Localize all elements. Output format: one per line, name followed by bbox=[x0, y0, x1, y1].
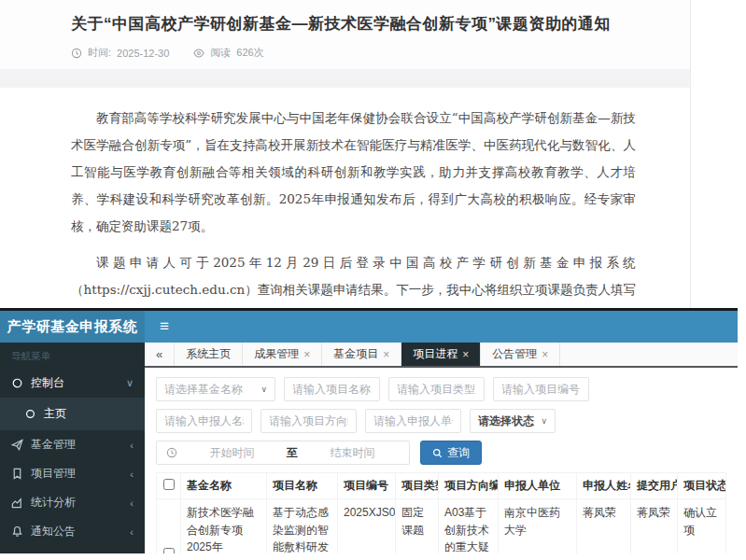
chevron-down-icon: ∨ bbox=[126, 377, 134, 389]
cell-project-status: 确认立项 bbox=[678, 499, 726, 554]
sidebar-item-home[interactable]: 主页 bbox=[0, 398, 145, 430]
cell-applicant-name: 蒋凤荣 bbox=[577, 499, 631, 554]
search-button[interactable]: 查询 bbox=[420, 441, 482, 465]
notice-meta: 时间: 2025-12-30 阅读 626次 bbox=[71, 46, 668, 69]
project-name-input[interactable] bbox=[284, 377, 380, 401]
applicant-name-input[interactable] bbox=[156, 409, 252, 433]
chevron-left-icon: ‹ bbox=[130, 497, 134, 509]
cell-direction-code: A03基于创新技术的重大疑难疾病防治技术转化研究 bbox=[439, 499, 499, 554]
app-header: 产学研基金申报系统 ≡ bbox=[0, 311, 738, 343]
chevron-down-icon: ∨ bbox=[541, 416, 547, 426]
tab-project-progress[interactable]: 项目进程 × bbox=[401, 343, 481, 366]
column-header[interactable]: 提交用户 bbox=[631, 473, 678, 499]
status-select[interactable]: 请选择状态 ∨ bbox=[470, 409, 556, 433]
column-header[interactable]: 项目名称 bbox=[267, 473, 338, 499]
filter-row-2: 请选择状态 ∨ bbox=[156, 409, 726, 433]
chevron-down-icon: ∨ bbox=[260, 385, 267, 394]
chevron-left-icon: ‹ bbox=[130, 440, 134, 451]
notice-paragraph: 教育部高等学校科学研究发展中心与中国老年保健协会联合设立“中国高校产学研创新基金… bbox=[71, 105, 636, 240]
select-all-checkbox[interactable] bbox=[163, 479, 175, 490]
filter-row-3: 开始时间 至 结束时间 查询 bbox=[156, 441, 726, 465]
column-header[interactable]: 基金名称 bbox=[181, 473, 267, 499]
column-header[interactable]: 项目编号 bbox=[338, 473, 396, 499]
sidebar-section-label: 导航菜单 bbox=[0, 343, 145, 369]
notice-title: 关于“中国高校产学研创新基金—新技术医学融合创新专项”课题资助的通知 bbox=[71, 13, 668, 35]
sidebar-item-announcements[interactable]: 通知公告 ‹ bbox=[0, 517, 145, 546]
date-separator: 至 bbox=[287, 445, 298, 461]
send-icon bbox=[11, 439, 23, 451]
chevron-left-icon: ‹ bbox=[130, 526, 134, 538]
sidebar-item-fund-management[interactable]: 基金管理 ‹ bbox=[0, 430, 145, 459]
project-type-input[interactable] bbox=[388, 377, 485, 401]
notice-page: 关于“中国高校产学研创新基金—新技术医学融合创新专项”课题资助的通知 时间: 2… bbox=[0, 0, 691, 308]
table-row[interactable]: 新技术医学融合创新专项2025年 基于动态感染监测的智能敷料研发与临床转化应用 … bbox=[157, 499, 726, 554]
close-icon[interactable]: × bbox=[383, 349, 389, 360]
tab-announcement-management[interactable]: 公告管理 × bbox=[481, 343, 560, 366]
cell-project-type: 固定课题 bbox=[396, 499, 439, 554]
cell-fund-name: 新技术医学融合创新专项2025年 bbox=[181, 499, 267, 554]
projects-table: 基金名称 项目名称 项目编号 项目类型 项目方向编号 申报人单位 申报人姓名 提… bbox=[156, 472, 726, 553]
tab-fund-projects[interactable]: 基金项目 × bbox=[322, 343, 401, 366]
notice-header: 关于“中国高校产学研创新基金—新技术医学融合创新专项”课题资助的通知 时间: 2… bbox=[0, 0, 690, 69]
fund-name-select[interactable]: 请选择基金名称 ∨ bbox=[156, 377, 275, 401]
sidebar-item-console[interactable]: 控制台 ∨ bbox=[0, 369, 145, 398]
chevron-left-icon: ‹ bbox=[130, 469, 134, 480]
notice-divider bbox=[0, 69, 690, 88]
direction-code-input[interactable] bbox=[260, 409, 357, 433]
tab-content: 请选择基金名称 ∨ 请选择状态 ∨ bbox=[145, 368, 738, 553]
dashboard-icon bbox=[11, 377, 23, 389]
sidebar-item-statistics[interactable]: 统计分析 ‹ bbox=[0, 488, 145, 517]
table-header-row: 基金名称 项目名称 项目编号 项目类型 项目方向编号 申报人单位 申报人姓名 提… bbox=[157, 473, 726, 499]
search-icon bbox=[432, 448, 443, 458]
time-value: 2025-12-30 bbox=[117, 48, 169, 59]
read-label: 阅读 bbox=[210, 46, 231, 60]
date-range-input[interactable]: 开始时间 至 结束时间 bbox=[156, 441, 410, 465]
circle-icon bbox=[24, 408, 36, 420]
tab-bar: « 系统主页 成果管理 × 基金项目 × 项目进程 × 公告管理 bbox=[145, 343, 738, 368]
cell-submit-user: 蒋凤荣 bbox=[631, 499, 678, 554]
close-icon[interactable]: × bbox=[462, 349, 469, 360]
column-header[interactable]: 项目方向编号 bbox=[439, 473, 499, 499]
sidebar: 导航菜单 控制台 ∨ 主页 基金管理 ‹ 项目管理 ‹ bbox=[0, 343, 145, 553]
clock-icon bbox=[71, 48, 82, 59]
tabs-scroll-left-button[interactable]: « bbox=[145, 343, 175, 366]
notice-paragraph: 课题申请人可于2025年12月29日后登录中国高校产学研创新基金申报系统（htt… bbox=[71, 249, 636, 308]
fund-application-system-window: 产学研基金申报系统 ≡ 导航菜单 控制台 ∨ 主页 基金管理 ‹ bbox=[0, 308, 738, 553]
sidebar-item-project-management[interactable]: 项目管理 ‹ bbox=[0, 459, 145, 488]
notice-body: 教育部高等学校科学研究发展中心与中国老年保健协会联合设立“中国高校产学研创新基金… bbox=[0, 88, 690, 308]
top-navbar: ≡ bbox=[145, 311, 738, 343]
column-header[interactable]: 申报人单位 bbox=[499, 473, 577, 499]
time-label: 时间: bbox=[88, 46, 111, 60]
tab-system-home[interactable]: 系统主页 bbox=[175, 343, 243, 366]
app-brand[interactable]: 产学研基金申报系统 bbox=[0, 311, 145, 343]
read-count: 626次 bbox=[236, 46, 263, 60]
cell-applicant-org: 南京中医药大学 bbox=[499, 499, 577, 554]
close-icon[interactable]: × bbox=[542, 349, 548, 360]
column-header[interactable]: 项目类型 bbox=[396, 473, 439, 499]
row-checkbox[interactable] bbox=[163, 548, 175, 553]
filter-row-1: 请选择基金名称 ∨ bbox=[156, 377, 726, 401]
bell-icon bbox=[11, 525, 23, 538]
eye-icon bbox=[193, 48, 204, 59]
start-date-placeholder[interactable]: 开始时间 bbox=[185, 445, 279, 461]
sidebar-toggle-icon[interactable]: ≡ bbox=[145, 311, 184, 343]
cell-project-name: 基于动态感染监测的智能敷料研发与临床转化应用 bbox=[267, 499, 338, 554]
close-icon[interactable]: × bbox=[303, 349, 310, 360]
clock-icon bbox=[166, 447, 177, 458]
column-header[interactable]: 申报人姓名 bbox=[577, 473, 631, 499]
applicant-org-input[interactable] bbox=[365, 409, 461, 433]
column-header[interactable]: 项目状态 bbox=[678, 473, 726, 499]
project-code-input[interactable] bbox=[493, 377, 589, 401]
cell-project-code: 2025XJS009 bbox=[338, 499, 396, 554]
console-submenu: 主页 bbox=[0, 398, 145, 430]
end-date-placeholder[interactable]: 结束时间 bbox=[305, 445, 400, 461]
chart-icon bbox=[11, 497, 23, 509]
tab-achievement-management[interactable]: 成果管理 × bbox=[243, 343, 322, 366]
bookmark-icon bbox=[11, 468, 23, 480]
